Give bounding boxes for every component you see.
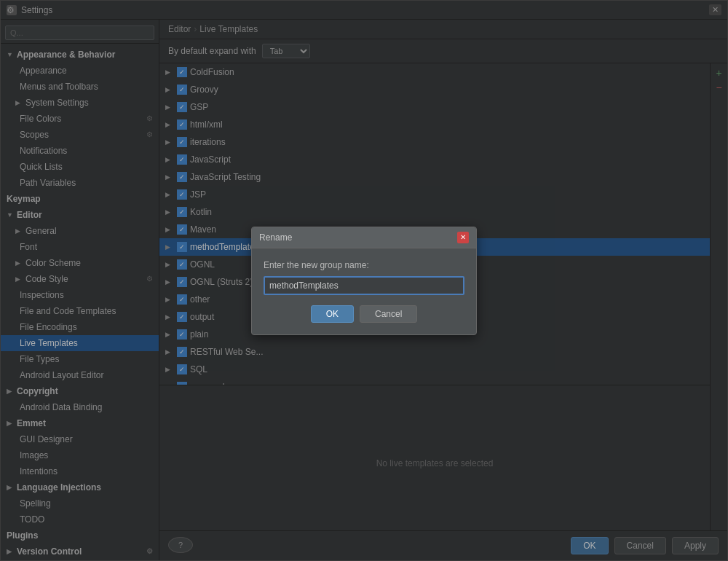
modal-ok-button[interactable]: OK bbox=[311, 305, 354, 323]
modal-title: Rename bbox=[259, 232, 292, 243]
modal-buttons: OK Cancel bbox=[264, 305, 464, 323]
rename-dialog: Rename ✕ Enter the new group name: OK Ca… bbox=[251, 227, 477, 335]
modal-input[interactable] bbox=[264, 276, 464, 295]
modal-close-button[interactable]: ✕ bbox=[457, 232, 469, 243]
settings-window: ⚙ Settings ✕ ▼ Appearance & Behavior App… bbox=[0, 0, 728, 561]
modal-overlay: Rename ✕ Enter the new group name: OK Ca… bbox=[0, 0, 728, 561]
modal-cancel-button[interactable]: Cancel bbox=[360, 305, 417, 323]
modal-body: Enter the new group name: OK Cancel bbox=[252, 248, 476, 334]
modal-title-bar: Rename ✕ bbox=[252, 227, 476, 248]
modal-label: Enter the new group name: bbox=[264, 260, 464, 270]
